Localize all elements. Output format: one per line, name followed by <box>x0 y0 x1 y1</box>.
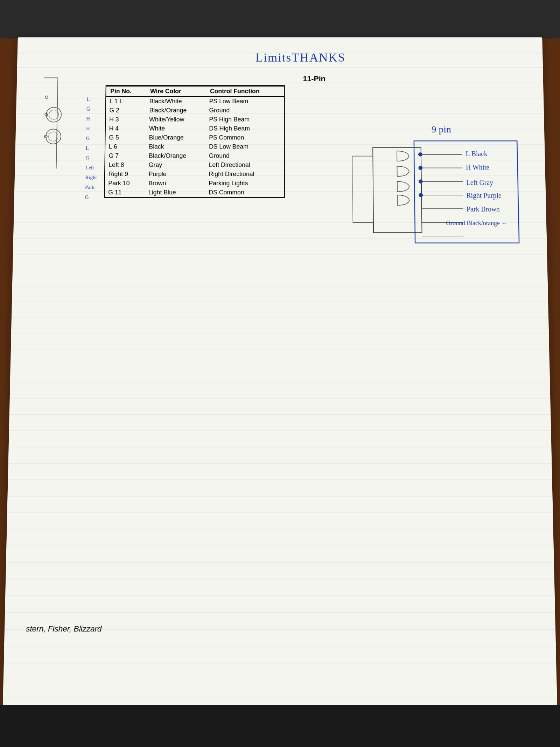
hw-H3: H <box>86 114 98 124</box>
nine-pin-diagram: 9 pin <box>352 124 533 255</box>
svg-point-20 <box>418 152 422 157</box>
svg-text:Ground  Black/orange ←: Ground Black/orange ← <box>446 220 507 227</box>
diagram-svg: L Black H White Left Gray Right Purple P… <box>352 138 526 253</box>
table-row: H 4WhiteDS High Beam <box>106 124 284 133</box>
cell-pin-2: H 3 <box>106 115 146 124</box>
cell-pin-6: G 7 <box>105 151 146 160</box>
table-row: G 2Black/OrangeGround <box>106 106 284 115</box>
table-title: 11-Pin <box>106 75 523 83</box>
cell-function-0: PS Low Beam <box>206 97 284 106</box>
cell-color-6: Black/Orange <box>145 151 205 160</box>
cell-function-5: DS Low Beam <box>205 142 284 151</box>
svg-text:Right  Purple: Right Purple <box>466 192 502 199</box>
cell-color-4: Blue/Orange <box>146 133 206 142</box>
svg-point-6 <box>46 129 61 144</box>
cell-function-9: Parking Lights <box>205 179 284 188</box>
svg-text:H  White: H White <box>466 164 489 171</box>
cell-function-4: PS Common <box>205 133 284 142</box>
paper-document: LimitsTHANKS 11-Pin <box>3 37 557 707</box>
svg-line-2 <box>56 78 58 168</box>
table-row: G 7Black/OrangeGround <box>105 151 284 160</box>
col-pin-header: Pin No. <box>106 86 146 97</box>
table-row: Left 8GrayLeft Directional <box>105 160 284 170</box>
hw-G7: G <box>85 153 97 163</box>
cell-function-10: DS Common <box>205 188 284 197</box>
cell-function-2: PS High Beam <box>205 115 284 124</box>
hw-G2: G <box>86 104 98 114</box>
table-row: L 6BlackDS Low Beam <box>105 142 284 151</box>
hw-Park10: Park <box>85 182 97 192</box>
nine-pin-label: 9 pin <box>352 124 531 135</box>
cell-color-9: Brown <box>145 179 205 188</box>
cell-pin-10: G 11 <box>105 188 145 197</box>
svg-point-22 <box>419 179 423 184</box>
cell-color-7: Gray <box>145 160 205 170</box>
table-header-row: Pin No. Wire Color Control Function <box>106 86 284 97</box>
hw-L1: L <box>86 95 98 104</box>
cell-color-3: White <box>146 124 206 133</box>
cell-function-7: Left Directional <box>205 160 284 170</box>
table-row: Right 9PurpleRight Directional <box>105 170 284 179</box>
svg-point-23 <box>419 193 423 197</box>
hw-G11: G <box>85 192 97 202</box>
bottom-credit: stern, Fisher, Blizzard <box>26 624 102 634</box>
hw-G5: G <box>86 133 97 143</box>
cell-color-10: Light Blue <box>145 188 205 197</box>
col-function-header: Control Function <box>206 86 284 97</box>
cell-function-6: Ground <box>205 151 284 160</box>
cell-pin-5: L 6 <box>105 142 146 151</box>
svg-point-21 <box>418 166 422 170</box>
cell-pin-3: H 4 <box>106 124 146 133</box>
hw-H4: H <box>86 124 98 133</box>
cell-function-8: Right Directional <box>205 170 284 179</box>
svg-text:L  Black: L Black <box>465 150 488 158</box>
svg-text:Park  Brown: Park Brown <box>467 205 500 213</box>
cell-color-0: Black/White <box>146 97 206 106</box>
cell-color-2: White/Yellow <box>146 115 205 124</box>
svg-line-31 <box>352 156 352 222</box>
cell-color-5: Black <box>145 142 205 151</box>
col-color-header: Wire Color <box>146 86 206 97</box>
cell-function-1: Ground <box>206 106 284 115</box>
table-row: Park 10BrownParking Lights <box>105 179 284 188</box>
svg-point-4 <box>46 107 62 122</box>
handwritten-title: LimitsTHANKS <box>79 50 523 64</box>
cell-pin-8: Right 9 <box>105 170 145 179</box>
hw-Left8: Left <box>85 163 97 173</box>
wiring-table: Pin No. Wire Color Control Function L 1 … <box>105 86 284 197</box>
svg-text:Left  Gray: Left Gray <box>466 179 493 186</box>
table-row: G 11Light BlueDS Common <box>105 188 284 197</box>
bottom-bar <box>0 705 560 747</box>
svg-point-8 <box>45 96 48 99</box>
hw-Right9: Right <box>85 173 97 182</box>
cell-pin-1: G 2 <box>106 106 146 115</box>
cell-function-3: DS High Beam <box>205 124 284 133</box>
table-row: G 5Blue/OrangePS Common <box>105 133 284 142</box>
cell-pin-4: G 5 <box>105 133 146 142</box>
table-row: H 3White/YellowPS High Beam <box>106 115 284 124</box>
wiring-table-container: Pin No. Wire Color Control Function L 1 … <box>104 85 285 198</box>
cell-pin-7: Left 8 <box>105 160 145 170</box>
cell-pin-9: Park 10 <box>105 179 145 188</box>
cell-pin-0: L 1 L <box>106 97 146 106</box>
hw-L6: L <box>86 143 97 153</box>
cell-color-1: Black/Orange <box>146 106 206 115</box>
top-bar <box>0 0 560 39</box>
left-sketch <box>35 75 92 199</box>
table-row: L 1 LBlack/WhitePS Low Beam <box>106 97 284 106</box>
cell-color-8: Purple <box>145 170 205 179</box>
